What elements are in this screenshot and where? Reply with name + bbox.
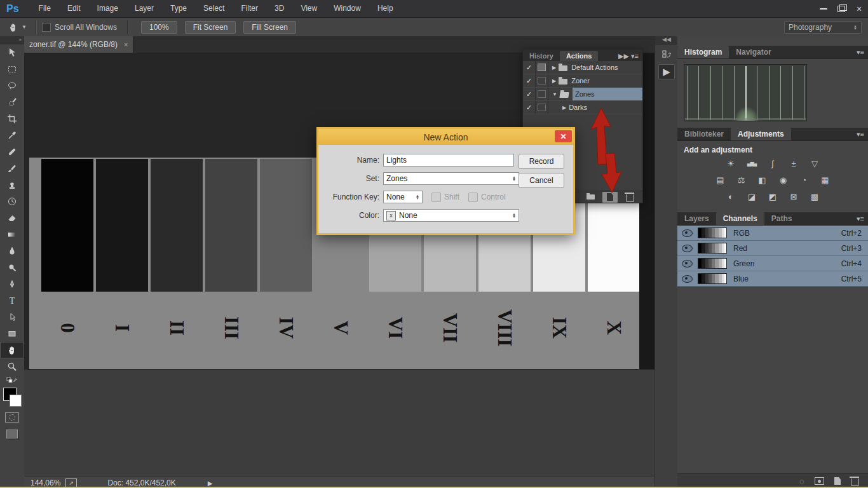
new-channel-icon[interactable] — [834, 477, 841, 485]
action-row-zoner[interactable]: ✓ ▶ Zoner — [523, 74, 642, 88]
move-tool[interactable] — [0, 44, 24, 61]
modal-control-checkbox[interactable] — [536, 74, 548, 87]
foreground-background-colors[interactable] — [0, 386, 24, 409]
action-row-default-actions[interactable]: ✓ ▶ Default Actions — [523, 61, 642, 74]
include-checkmark-icon[interactable]: ✓ — [523, 88, 536, 100]
hue-saturation-icon[interactable]: ▤ — [713, 175, 728, 186]
channel-mixer-icon[interactable]: ◔ — [797, 175, 812, 186]
visibility-eye-icon[interactable] — [682, 229, 693, 237]
dodge-tool[interactable] — [0, 259, 24, 276]
gradient-tool[interactable] — [0, 226, 24, 243]
tools-collapse-icon[interactable]: » — [0, 36, 24, 44]
dialog-title-bar[interactable]: New Action ✕ — [318, 129, 573, 145]
document-tab[interactable]: zoner.tif @ 144% (RGB/8) × — [24, 36, 133, 53]
delete-channel-icon[interactable] — [851, 478, 859, 486]
dialog-close-button[interactable]: ✕ — [555, 130, 572, 142]
crop-tool[interactable] — [0, 111, 24, 127]
expand-triangle-icon[interactable]: ▶ — [562, 105, 566, 111]
modal-control-checkbox[interactable] — [536, 101, 548, 114]
workspace-select[interactable]: Photography ▲▼ — [784, 21, 862, 34]
tab-navigator[interactable]: Navigator — [729, 46, 778, 58]
vibrance-icon[interactable]: ▽ — [807, 158, 822, 169]
visibility-eye-icon[interactable] — [682, 245, 693, 252]
tool-preset-caret-icon[interactable]: ▼ — [22, 24, 27, 30]
set-select[interactable]: Zones ▲▼ — [383, 172, 519, 185]
histogram-panel-menu-icon[interactable]: ▾≡ — [857, 48, 864, 57]
restore-button[interactable] — [832, 3, 850, 15]
brush-tool[interactable] — [0, 160, 24, 177]
background-color-swatch[interactable] — [10, 395, 22, 407]
tab-paths[interactable]: Paths — [764, 212, 799, 225]
eyedropper-tool[interactable] — [0, 127, 24, 144]
expand-triangle-icon[interactable]: ▶ — [552, 65, 556, 71]
posterize-icon[interactable]: ◪ — [744, 191, 759, 202]
new-action-set-button[interactable] — [583, 192, 598, 203]
minimize-button[interactable] — [815, 3, 832, 15]
rectangular-marquee-tool[interactable] — [0, 61, 24, 78]
blur-tool[interactable] — [0, 243, 24, 259]
color-select[interactable]: x None ▲▼ — [383, 209, 519, 222]
photo-filter-icon[interactable]: ◉ — [776, 175, 791, 186]
load-selection-icon[interactable]: ◌ — [799, 477, 804, 486]
screen-mode-button[interactable] — [0, 426, 24, 442]
visibility-eye-icon[interactable] — [682, 260, 693, 268]
menu-select[interactable]: Select — [195, 0, 233, 17]
color-balance-icon[interactable]: ⚖ — [734, 175, 749, 186]
path-selection-tool[interactable] — [0, 309, 24, 325]
tab-layers[interactable]: Layers — [677, 212, 716, 225]
actions-panel-menu-icon[interactable]: ▶▶ ▾≡ — [618, 52, 639, 60]
adjustments-panel-menu-icon[interactable]: ▾≡ — [857, 130, 864, 139]
lasso-tool[interactable] — [0, 78, 24, 94]
tab-biblioteker[interactable]: Biblioteker — [677, 128, 731, 140]
visibility-eye-icon[interactable] — [682, 275, 693, 283]
actions-panel-icon[interactable]: ▶ — [658, 64, 675, 79]
menu-filter[interactable]: Filter — [233, 0, 266, 17]
black-white-icon[interactable]: ◧ — [755, 175, 770, 186]
rectangle-tool[interactable] — [0, 325, 24, 342]
action-row-darks[interactable]: ✓ ▶ Darks — [523, 101, 642, 114]
menu-view[interactable]: View — [292, 0, 325, 17]
quick-selection-tool[interactable] — [0, 94, 24, 111]
history-brush-tool[interactable] — [0, 193, 24, 210]
tab-histogram[interactable]: Histogram — [677, 46, 729, 58]
history-panel-icon[interactable] — [658, 47, 675, 62]
pen-tool[interactable] — [0, 276, 24, 292]
record-button[interactable]: Record — [519, 154, 564, 169]
threshold-icon[interactable]: ◩ — [765, 191, 780, 202]
channels-panel-menu-icon[interactable]: ▾≡ — [857, 215, 864, 223]
color-lookup-icon[interactable]: ▦ — [818, 175, 833, 186]
delete-action-button[interactable] — [622, 192, 637, 203]
status-menu-arrow-icon[interactable]: ▶ — [208, 480, 213, 487]
fill-screen-button[interactable]: Fill Screen — [243, 21, 296, 34]
channel-row-rgb[interactable]: RGB Ctrl+2 — [677, 226, 868, 241]
new-action-button[interactable] — [602, 192, 618, 203]
swap-colors-icon[interactable] — [0, 375, 24, 386]
channel-row-blue[interactable]: Blue Ctrl+5 — [677, 271, 868, 287]
gradient-map-icon[interactable]: ⊠ — [786, 191, 801, 202]
status-zoom-level[interactable]: 144,06% — [31, 478, 60, 487]
brightness-contrast-icon[interactable]: ☀ — [723, 158, 738, 169]
menu-file[interactable]: File — [31, 0, 59, 17]
quick-mask-button[interactable] — [0, 409, 24, 426]
dock-collapse-icon[interactable]: ◀◀ — [655, 36, 678, 45]
save-selection-icon[interactable] — [815, 477, 824, 485]
type-tool[interactable]: T — [0, 292, 24, 309]
scroll-all-windows-checkbox[interactable] — [42, 23, 51, 32]
eraser-tool[interactable] — [0, 210, 24, 226]
menu-layer[interactable]: Layer — [126, 0, 162, 17]
menu-help[interactable]: Help — [369, 0, 402, 17]
menu-edit[interactable]: Edit — [59, 0, 89, 17]
modal-control-icon[interactable] — [536, 61, 548, 74]
levels-icon[interactable]: ▄▆▄ — [744, 158, 759, 169]
channel-row-green[interactable]: Green Ctrl+4 — [677, 256, 868, 271]
include-checkmark-icon[interactable]: ✓ — [523, 61, 536, 74]
curves-icon[interactable]: ∫ — [765, 158, 780, 169]
export-icon[interactable]: ↗ — [65, 478, 77, 487]
tab-channels[interactable]: Channels — [716, 212, 764, 225]
menu-image[interactable]: Image — [89, 0, 126, 17]
cancel-button[interactable]: Cancel — [519, 173, 564, 188]
document-tab-close-icon[interactable]: × — [124, 41, 128, 48]
menu-3d[interactable]: 3D — [266, 0, 292, 17]
expand-triangle-icon[interactable]: ▶ — [552, 78, 556, 84]
menu-type[interactable]: Type — [162, 0, 195, 17]
